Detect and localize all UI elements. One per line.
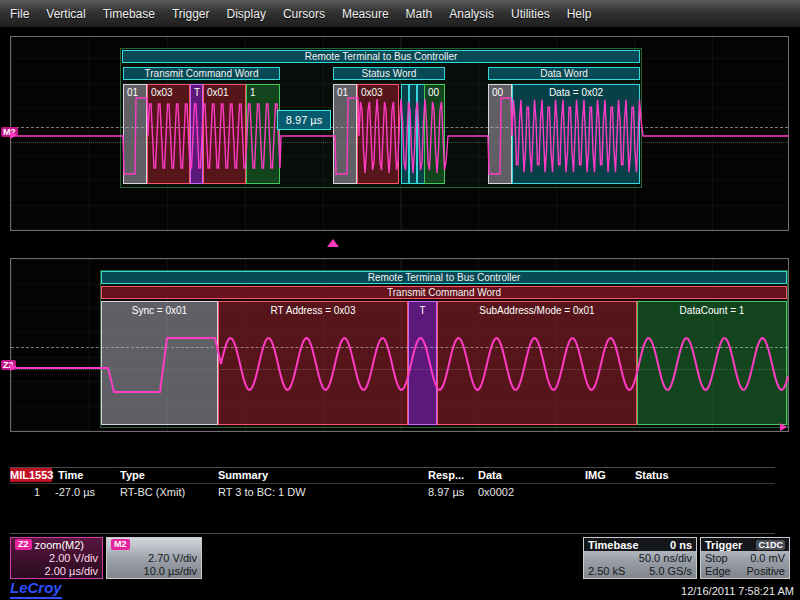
row-index: 1 xyxy=(34,486,40,498)
row-summary: RT 3 to BC: 1 DW xyxy=(218,486,306,498)
cursor-line xyxy=(11,347,788,348)
z2-vdiv: 2.00 V/div xyxy=(49,552,98,564)
trigger-title: Trigger xyxy=(705,539,742,551)
col-header-data: Data xyxy=(478,469,502,481)
menu-item-help[interactable]: Help xyxy=(567,7,592,21)
timebase-samples: 2.50 kS xyxy=(588,565,625,577)
cmd-count-field: 1 xyxy=(246,84,280,184)
trigger-mode: Stop xyxy=(705,552,728,564)
menu-item-measure[interactable]: Measure xyxy=(342,7,389,21)
status-sync-field: 01 xyxy=(333,84,357,184)
m2-badge: M2 xyxy=(111,539,130,550)
trigger-slope: Positive xyxy=(746,565,785,577)
col-header-status: Status xyxy=(635,469,669,481)
datetime-display: 12/16/2011 7:58:21 AM xyxy=(681,585,794,597)
cmd-tr-field: T xyxy=(190,84,203,184)
status-flags-field: 00 xyxy=(424,84,445,184)
m2-vdiv: 2.70 V/div xyxy=(148,552,197,564)
cmd-sync-field: 01 xyxy=(123,84,147,184)
m2-tdiv: 10.0 µs/div xyxy=(144,565,197,577)
menu-bar: File Vertical Timebase Trigger Display C… xyxy=(0,0,800,28)
col-header-img: IMG xyxy=(585,469,606,481)
z2-title: zoom(M2) xyxy=(35,539,85,551)
trigger-source-badge: C1DC xyxy=(756,540,785,550)
data-value-field: Data = 0x02 xyxy=(512,84,640,184)
cmd-rt-address-field: 0x03 xyxy=(147,84,190,184)
mil1553-badge: MIL1553 xyxy=(10,468,52,482)
row-time: -27.0 µs xyxy=(55,486,95,498)
zoom-tr-field: T xyxy=(408,301,437,425)
col-header-summary: Summary xyxy=(218,469,268,481)
col-header-type: Type xyxy=(120,469,145,481)
cursor-line xyxy=(11,127,788,128)
trigger-level: 0.0 mV xyxy=(750,552,785,564)
status-word-title: Status Word xyxy=(333,67,445,80)
cursor-line xyxy=(11,369,788,370)
time-reference-arrow-icon xyxy=(780,423,787,431)
row-resp: 8.97 µs xyxy=(428,486,464,498)
status-rt-address-field: 0x03 xyxy=(357,84,399,184)
col-header-time: Time xyxy=(58,469,83,481)
zoom-sync-field: Sync = 0x01 xyxy=(101,301,218,425)
z2-tdiv: 2.00 µs/div xyxy=(45,565,98,577)
bus-header-top: Remote Terminal to Bus Controller xyxy=(122,50,640,63)
menu-item-vertical[interactable]: Vertical xyxy=(46,7,85,21)
timebase-rate: 5.0 GS/s xyxy=(649,565,692,577)
trigger-kind: Edge xyxy=(705,565,731,577)
timebase-offset: 0 ns xyxy=(670,539,692,551)
menu-item-display[interactable]: Display xyxy=(227,7,266,21)
response-time-label: 8.97 µs xyxy=(277,110,331,130)
mil1553-decode-table: MIL1553 Time Type Summary Resp... Data I… xyxy=(10,467,775,534)
command-word-title: Transmit Command Word xyxy=(123,67,280,80)
cursor-line xyxy=(11,142,788,143)
col-header-resp: Resp... xyxy=(428,469,464,481)
z2-trace-indicator-icon xyxy=(10,363,17,371)
m2-descriptor-box[interactable]: M2 2.70 V/div 10.0 µs/div xyxy=(106,537,202,579)
menu-item-utilities[interactable]: Utilities xyxy=(511,7,550,21)
z2-badge: Z2 xyxy=(15,539,32,550)
lecroy-logo: LeCroy xyxy=(10,579,62,599)
menu-item-math[interactable]: Math xyxy=(406,7,433,21)
z2-descriptor-box[interactable]: Z2 zoom(M2) 2.00 V/div 2.00 µs/div xyxy=(10,537,103,579)
data-sync-field: 00 xyxy=(488,84,512,184)
trigger-position-marker xyxy=(327,239,339,247)
data-word-title: Data Word xyxy=(488,67,640,80)
cmd-subaddress-field: 0x01 xyxy=(203,84,246,184)
timebase-tdiv: 50.0 ns/div xyxy=(639,552,692,564)
trigger-descriptor-box[interactable]: Trigger C1DC Stop 0.0 mV Edge Positive xyxy=(700,537,790,579)
m2-trace-indicator-icon xyxy=(10,131,17,139)
row-type: RT-BC (Xmit) xyxy=(120,486,185,498)
menu-item-analysis[interactable]: Analysis xyxy=(449,7,494,21)
menu-item-file[interactable]: File xyxy=(10,7,29,21)
timebase-descriptor-box[interactable]: Timebase 0 ns 50.0 ns/div 2.50 kS 5.0 GS… xyxy=(583,537,697,579)
menu-item-trigger[interactable]: Trigger xyxy=(172,7,210,21)
zoom-datacount-field: DataCount = 1 xyxy=(637,301,787,425)
timebase-title: Timebase xyxy=(588,539,639,551)
status-bit-field xyxy=(409,84,417,184)
row-data: 0x0002 xyxy=(478,486,514,498)
menu-item-timebase[interactable]: Timebase xyxy=(103,7,155,21)
zoom-rt-address-field: RT Address = 0x03 xyxy=(218,301,408,425)
zoom-subaddress-field: SubAddress/Mode = 0x01 xyxy=(437,301,637,425)
word-header-zoom: Transmit Command Word xyxy=(101,286,787,299)
status-bit-field xyxy=(401,84,409,184)
bus-header-zoom: Remote Terminal to Bus Controller xyxy=(101,271,787,284)
table-header-divider xyxy=(10,483,775,484)
menu-item-cursors[interactable]: Cursors xyxy=(283,7,325,21)
